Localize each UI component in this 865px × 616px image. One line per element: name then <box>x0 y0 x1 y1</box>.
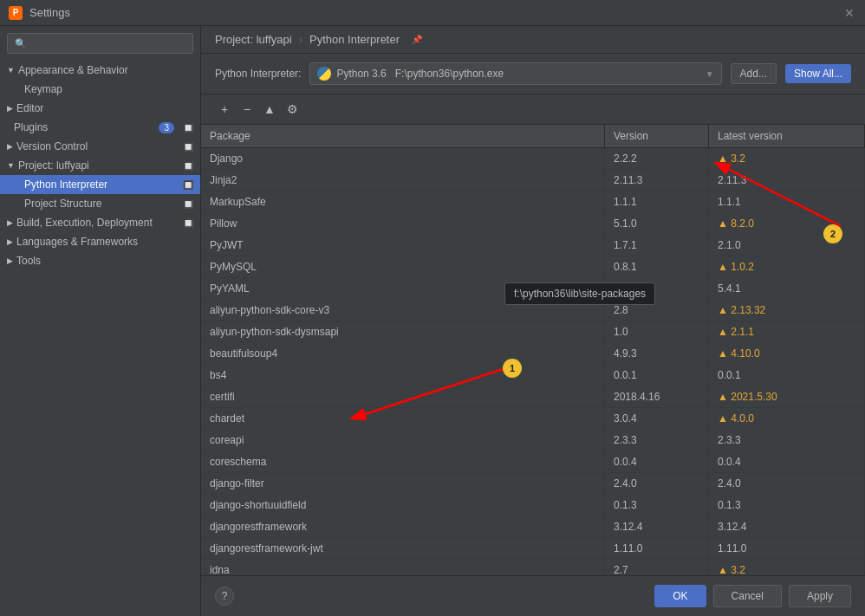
sidebar-item-editor[interactable]: ▶ Editor <box>0 99 200 118</box>
upgrade-package-button[interactable]: ▲ <box>260 100 279 119</box>
package-name: beautifulsoup4 <box>201 343 605 364</box>
search-box[interactable]: 🔍 <box>7 33 193 54</box>
search-icon: 🔍 <box>15 38 27 49</box>
window-title: Settings <box>29 6 70 19</box>
remove-package-button[interactable]: − <box>237 100 257 119</box>
packages-scroll[interactable]: Django 2.2.2 ▲ 3.2 Jinja2 2.11.3 2.11.3 … <box>201 148 865 575</box>
table-row[interactable]: PyMySQL 0.8.1 ▲ 1.0.2 <box>201 256 865 278</box>
package-name: bs4 <box>201 365 605 386</box>
sidebar-item-python-interpreter[interactable]: Python Interpreter 🔲 <box>0 175 200 194</box>
table-row[interactable]: MarkupSafe 1.1.1 1.1.1 <box>201 191 865 213</box>
table-row[interactable]: coreapi 2.3.3 2.3.3 <box>201 430 865 451</box>
column-package: Package <box>201 125 605 147</box>
chevron-down-icon: ▼ <box>706 69 714 79</box>
package-latest: 0.0.1 <box>709 365 865 386</box>
title-bar: P Settings ✕ <box>0 0 865 26</box>
sidebar-item-appearance[interactable]: ▼ Appearance & Behavior <box>0 61 200 80</box>
sidebar-item-label: Version Control <box>16 140 88 152</box>
sidebar-item-keymap[interactable]: Keymap <box>0 80 200 99</box>
sidebar-item-tools[interactable]: ▶ Tools <box>0 251 200 270</box>
table-row[interactable]: beautifulsoup4 4.9.3 ▲ 4.10.0 <box>201 343 865 365</box>
search-input[interactable] <box>32 37 185 49</box>
package-name: django-filter <box>201 473 605 494</box>
ok-button[interactable]: OK <box>654 585 706 607</box>
breadcrumb: Project: luffyapi › Python Interpreter 📌 <box>201 26 865 54</box>
package-latest: 0.0.4 <box>709 451 865 472</box>
package-name: PyJWT <box>201 235 605 256</box>
sidebar-item-version-control[interactable]: ▶ Version Control 🔲 <box>0 137 200 156</box>
package-name: djangorestframework <box>201 516 605 537</box>
project-icon: 🔲 <box>183 161 193 171</box>
sidebar: 🔍 ▼ Appearance & Behavior Keymap ▶ Edito… <box>0 26 201 616</box>
package-name: coreschema <box>201 451 605 472</box>
chevron-down-icon: ▼ <box>7 66 15 75</box>
table-row[interactable]: aliyun-python-sdk-core-v3 2.8 ▲ 2.13.32 <box>201 300 865 321</box>
show-all-button[interactable]: Show All... <box>785 64 851 83</box>
table-row[interactable]: bs4 0.0.1 0.0.1 <box>201 365 865 386</box>
table-row[interactable]: coreschema 0.0.4 0.0.4 <box>201 451 865 473</box>
packages-table-container: Package Version Latest version Django 2.… <box>201 125 865 575</box>
right-panel: Project: luffyapi › Python Interpreter 📌… <box>201 26 865 616</box>
table-row[interactable]: idna 2.7 ▲ 3.2 <box>201 560 865 575</box>
settings-button[interactable]: ⚙ <box>283 100 302 119</box>
table-row[interactable]: Jinja2 2.11.3 2.11.3 <box>201 170 865 191</box>
settings-window: P Settings ✕ 🔍 ▼ Appearance & Behavior K… <box>0 0 865 616</box>
table-row[interactable]: PyYAML 5.4.1 5.4.1 <box>201 278 865 300</box>
interpreter-label: Python Interpreter: <box>215 68 301 80</box>
column-version: Version <box>605 125 709 147</box>
sidebar-item-plugins[interactable]: Plugins 3 🔲 <box>0 118 200 137</box>
package-latest: ▲ 4.0.0 <box>709 408 865 429</box>
table-row[interactable]: Pillow 5.1.0 ▲ 8.2.0 <box>201 213 865 235</box>
sidebar-item-project-structure[interactable]: Project Structure 🔲 <box>0 194 200 213</box>
table-row[interactable]: djangorestframework-jwt 1.11.0 1.11.0 <box>201 538 865 560</box>
python-interp-icon: 🔲 <box>183 180 193 190</box>
chevron-right-icon: ▶ <box>7 142 13 151</box>
chevron-down-icon: ▼ <box>7 161 15 170</box>
package-version: 2.4.0 <box>605 473 709 494</box>
package-version: 2.3.3 <box>605 430 709 451</box>
table-row[interactable]: Django 2.2.2 ▲ 3.2 <box>201 148 865 170</box>
package-name: Jinja2 <box>201 170 605 191</box>
breadcrumb-project: Project: luffyapi <box>215 33 292 46</box>
table-row[interactable]: djangorestframework 3.12.4 3.12.4 <box>201 516 865 538</box>
table-row[interactable]: certifi 2018.4.16 ▲ 2021.5.30 <box>201 386 865 408</box>
column-latest: Latest version <box>709 125 865 147</box>
package-version: 2.7 <box>605 560 709 575</box>
package-latest: 2.3.3 <box>709 430 865 451</box>
package-latest: 0.1.3 <box>709 495 865 515</box>
sidebar-item-build[interactable]: ▶ Build, Execution, Deployment 🔲 <box>0 213 200 232</box>
package-version: 1.11.0 <box>605 538 709 559</box>
package-latest: 1.1.1 <box>709 191 865 212</box>
package-name: MarkupSafe <box>201 191 605 212</box>
close-button[interactable]: ✕ <box>842 6 856 20</box>
table-row[interactable]: chardet 3.0.4 ▲ 4.0.0 <box>201 408 865 430</box>
packages-toolbar: + − ▲ ⚙ <box>201 94 865 125</box>
interpreter-dropdown[interactable]: Python 3.6 F:\python36\python.exe ▼ <box>309 62 721 85</box>
sidebar-item-icon: 🔲 <box>183 123 193 133</box>
interpreter-row: Python Interpreter: Python 3.6 F:\python… <box>201 54 865 94</box>
table-row[interactable]: django-shortuuidfield 0.1.3 0.1.3 <box>201 495 865 516</box>
package-latest: 2.11.3 <box>709 170 865 191</box>
sidebar-item-label: Keymap <box>24 83 62 95</box>
package-latest: ▲ 2021.5.30 <box>709 386 865 407</box>
add-interpreter-button[interactable]: Add... <box>731 63 777 84</box>
apply-button[interactable]: Apply <box>789 585 851 607</box>
sidebar-item-languages[interactable]: ▶ Languages & Frameworks <box>0 232 200 251</box>
package-latest: ▲ 2.13.32 <box>709 300 865 321</box>
package-version: 1.1.1 <box>605 191 709 212</box>
table-row[interactable]: django-filter 2.4.0 2.4.0 <box>201 473 865 495</box>
table-row[interactable]: aliyun-python-sdk-dysmsapi 1.0 ▲ 2.1.1 <box>201 321 865 343</box>
add-package-button[interactable]: + <box>215 100 234 119</box>
table-row[interactable]: PyJWT 1.7.1 2.1.0 <box>201 235 865 256</box>
cancel-button[interactable]: Cancel <box>713 585 782 607</box>
sidebar-item-project[interactable]: ▼ Project: luffyapi 🔲 <box>0 156 200 175</box>
plugins-badge: 3 <box>159 122 174 133</box>
python-icon <box>317 67 331 81</box>
package-name: coreapi <box>201 430 605 451</box>
package-name: idna <box>201 560 605 575</box>
breadcrumb-page: Python Interpreter <box>309 33 400 46</box>
chevron-right-icon: ▶ <box>7 104 13 113</box>
package-version: 3.12.4 <box>605 516 709 537</box>
table-body: Django 2.2.2 ▲ 3.2 Jinja2 2.11.3 2.11.3 … <box>201 148 865 575</box>
help-button[interactable]: ? <box>215 587 234 606</box>
